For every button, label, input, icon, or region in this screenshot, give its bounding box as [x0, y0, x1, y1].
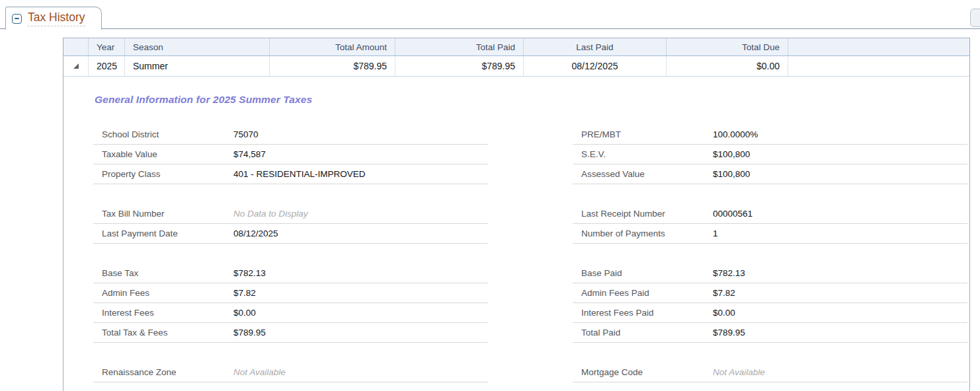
field-value: $74,587: [233, 149, 266, 159]
field-label: Admin Fees Paid: [581, 288, 713, 298]
field-value: $7.82: [713, 288, 735, 298]
field-row-total-tax-fees: Total Tax & Fees $789.95: [93, 323, 488, 343]
field-label: Admin Fees: [102, 288, 233, 298]
field-label: Base Tax: [102, 268, 233, 278]
field-row-school-district: School District 75070: [93, 125, 488, 145]
tab-strip-divider: [0, 28, 980, 29]
field-label: Interest Fees: [102, 308, 233, 318]
field-value: 100.0000%: [713, 129, 758, 139]
field-value: $782.13: [233, 268, 266, 278]
header-cell-filler: [788, 38, 969, 55]
tax-history-grid: Year Season Total Amount Total Paid Last…: [63, 38, 970, 391]
tab-strip: Tax History: [0, 0, 980, 29]
table-row[interactable]: 2025 Summer $789.95 $789.95 08/12/2025 $…: [63, 56, 969, 77]
field-value: Not Available: [233, 367, 286, 377]
field-label: Last Payment Date: [102, 229, 233, 238]
field-row-tax-bill-number: Tax Bill Number No Data to Display: [93, 204, 488, 224]
grid-header-row: Year Season Total Amount Total Paid Last…: [63, 38, 969, 56]
field-label: Last Receipt Number: [581, 209, 713, 219]
field-value: $789.95: [713, 328, 745, 338]
field-row-pre-mbt: PRE/MBT 100.0000%: [573, 125, 967, 145]
field-label: S.E.V.: [581, 149, 713, 159]
field-row-admin-fees-paid: Admin Fees Paid $7.82: [573, 283, 967, 303]
field-label: Base Paid: [581, 268, 713, 278]
field-value: $0.00: [233, 308, 256, 318]
edge-partial-button[interactable]: [970, 9, 980, 27]
field-label: Mortgage Code: [581, 367, 713, 377]
field-label: PRE/MBT: [581, 129, 713, 139]
field-row-last-payment-date: Last Payment Date 08/12/2025: [93, 224, 488, 244]
header-cell-total-paid[interactable]: Total Paid: [395, 38, 524, 55]
field-value: 401 - RESIDENTIAL-IMPROVED: [233, 169, 366, 179]
cell-total-amount: $789.95: [270, 56, 395, 76]
field-row-admin-fees: Admin Fees $7.82: [93, 283, 488, 303]
field-value: 1: [713, 229, 718, 238]
field-label: Taxable Value: [102, 149, 233, 159]
field-label: School District: [102, 129, 233, 139]
field-row-total-paid: Total Paid $789.95: [573, 323, 967, 343]
field-label: Tax Bill Number: [102, 209, 233, 219]
field-row-mortgage-code: Mortgage Code Not Available: [573, 363, 967, 382]
field-label: Total Tax & Fees: [102, 328, 233, 338]
field-row-property-class: Property Class 401 - RESIDENTIAL-IMPROVE…: [93, 164, 488, 184]
field-label: Number of Payments: [581, 229, 713, 238]
detail-left-column: School District 75070 Taxable Value $74,…: [93, 125, 488, 391]
field-value: Not Available: [713, 367, 765, 377]
header-cell-year[interactable]: Year: [89, 38, 125, 55]
field-row-last-receipt-number: Last Receipt Number 00000561: [573, 204, 967, 224]
cell-filler: [788, 56, 969, 76]
cell-season: Summer: [125, 56, 270, 76]
detail-right-column: PRE/MBT 100.0000% S.E.V. $100,800 Assess…: [573, 125, 967, 391]
tab-label: Tax History: [28, 11, 85, 26]
field-label: Total Paid: [581, 328, 713, 338]
minus-icon: [15, 18, 19, 19]
detail-title: General Information for 2025 Summer Taxe…: [95, 94, 969, 106]
field-value: $789.95: [233, 328, 266, 338]
cell-expander[interactable]: [63, 56, 89, 76]
cell-total-paid: $789.95: [395, 56, 524, 76]
collapse-section-icon[interactable]: [12, 14, 22, 24]
header-cell-total-amount[interactable]: Total Amount: [270, 38, 395, 55]
header-cell-expander: [63, 38, 89, 55]
header-cell-last-paid[interactable]: Last Paid: [524, 38, 667, 55]
field-value: 08/12/2025: [233, 229, 278, 238]
detail-panel: General Information for 2025 Summer Taxe…: [63, 77, 969, 391]
header-cell-total-due[interactable]: Total Due: [667, 38, 788, 55]
field-value: $100,800: [713, 169, 750, 179]
field-row-sev: S.E.V. $100,800: [573, 145, 967, 164]
field-label: Renaissance Zone: [102, 367, 233, 377]
field-value: $782.13: [713, 268, 745, 278]
cell-total-due: $0.00: [667, 56, 788, 76]
field-row-taxable-value: Taxable Value $74,587: [93, 145, 488, 164]
field-value: $0.00: [713, 308, 735, 318]
field-row-number-of-payments: Number of Payments 1: [573, 224, 967, 244]
header-cell-season[interactable]: Season: [125, 38, 270, 55]
field-label: Assessed Value: [581, 169, 713, 179]
field-row-assessed-value: Assessed Value $100,800: [573, 164, 967, 184]
row-expanded-icon[interactable]: [73, 63, 79, 69]
field-row-interest-fees-paid: Interest Fees Paid $0.00: [573, 303, 967, 323]
field-row-base-tax: Base Tax $782.13: [93, 264, 488, 283]
field-value: 75070: [233, 129, 259, 139]
tab-tax-history[interactable]: Tax History: [5, 7, 102, 30]
field-value: No Data to Display: [233, 209, 308, 219]
field-value: 00000561: [713, 209, 753, 219]
field-row-interest-fees: Interest Fees $0.00: [93, 303, 488, 323]
field-value: $7.82: [233, 288, 256, 298]
field-row-base-paid: Base Paid $782.13: [573, 264, 967, 283]
field-label: Interest Fees Paid: [581, 308, 713, 318]
cell-year: 2025: [89, 56, 125, 76]
field-label: Property Class: [102, 169, 233, 179]
field-row-renaissance-zone: Renaissance Zone Not Available: [93, 363, 488, 382]
cell-last-paid: 08/12/2025: [524, 56, 667, 76]
field-value: $100,800: [713, 149, 750, 159]
